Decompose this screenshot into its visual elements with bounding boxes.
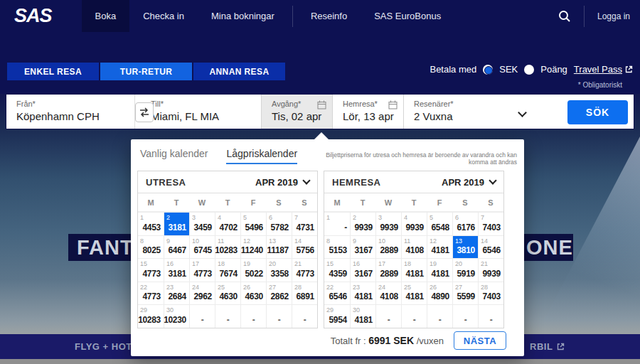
price-cell[interactable]: 254630 (215, 282, 240, 305)
price-cell[interactable]: 304181 (350, 304, 375, 328)
price-cell[interactable]: 146546 (478, 235, 503, 259)
price-cell[interactable]: 172889 (375, 258, 401, 282)
next-button[interactable]: NÄSTA (454, 331, 506, 350)
price-cell[interactable]: - (189, 304, 215, 328)
price-cell[interactable]: - (427, 304, 452, 328)
price-cell[interactable]: 244108 (375, 282, 401, 305)
price-cell[interactable]: 1211240 (240, 235, 266, 259)
price-cell[interactable]: 55496 (240, 212, 266, 235)
price-cell[interactable]: 1110283 (215, 235, 240, 259)
tab-lagpriskalender[interactable]: Lågpriskalender (226, 148, 297, 164)
swap-airports-button[interactable] (135, 102, 154, 122)
price-cell[interactable]: 163167 (350, 258, 375, 282)
month-selector[interactable]: APR 2019 (255, 177, 309, 188)
price-cell[interactable]: 154359 (324, 258, 350, 282)
month-selector[interactable]: APR 2019 (442, 177, 496, 188)
price-cell[interactable]: - (401, 304, 427, 328)
price-cell[interactable]: 232684 (164, 282, 189, 305)
search-button[interactable]: SÖK (567, 100, 628, 124)
price-cell[interactable]: 254181 (401, 282, 427, 305)
price-cell[interactable]: 114108 (401, 235, 427, 259)
cell-price: 3181 (169, 223, 187, 232)
tab-annan-resa[interactable]: ANNAN RESA (193, 63, 285, 80)
price-cell[interactable]: 242962 (189, 282, 215, 305)
price-cell[interactable]: 2910283 (138, 304, 164, 328)
price-cell[interactable]: 187674 (215, 258, 240, 282)
price-cell[interactable]: 163181 (164, 258, 189, 282)
price-cell[interactable]: 14453 (138, 212, 164, 235)
price-cell[interactable]: 102889 (375, 235, 401, 259)
price-cell[interactable]: 96467 (164, 235, 189, 259)
tab-tur-retur[interactable]: TUR-RETUR (100, 63, 192, 80)
departure-date-field[interactable]: Avgång* Tis, 02 apr (261, 95, 332, 129)
travel-pass-link[interactable]: Travel Pass (574, 64, 633, 75)
nav-item-reseinfo[interactable]: Reseinfo (297, 0, 361, 32)
price-cell[interactable]: 234181 (350, 282, 375, 305)
price-cell[interactable]: 65782 (266, 212, 292, 235)
price-cell[interactable]: 85153 (324, 235, 350, 259)
price-cell[interactable]: 74731 (292, 212, 317, 235)
price-cell[interactable]: 3010230 (164, 304, 189, 328)
price-cell[interactable]: - (266, 304, 292, 328)
price-cell[interactable]: 154773 (138, 258, 164, 282)
price-cell[interactable]: 33459 (189, 212, 215, 235)
price-cell[interactable]: 39939 (375, 212, 401, 235)
price-cell[interactable]: - (240, 304, 266, 328)
total-suffix: /vuxen (417, 336, 444, 346)
tab-vanlig-kalender[interactable]: Vanlig kalender (140, 148, 208, 164)
price-cell[interactable]: 93167 (350, 235, 375, 259)
price-cell[interactable]: - (375, 304, 401, 328)
price-cell[interactable]: 184181 (401, 258, 427, 282)
price-cell[interactable]: 275599 (452, 282, 478, 305)
radio-poang[interactable] (524, 65, 534, 75)
flights-hotel-link[interactable]: FLYG + HOT (75, 334, 132, 359)
price-cell[interactable]: 174773 (189, 258, 215, 282)
nav-item-boka[interactable]: Boka (82, 0, 130, 32)
nav-item-mina-bokningar[interactable]: Mina bokningar (198, 0, 288, 32)
price-cell[interactable]: 66176 (452, 212, 478, 235)
price-cell[interactable]: 1311187 (266, 235, 292, 259)
price-cell[interactable]: 226546 (324, 282, 350, 305)
tab-enkel-resa[interactable]: ENKEL RESA (7, 63, 99, 80)
sas-logo[interactable]: SAS (14, 5, 52, 27)
price-cell[interactable]: 203358 (266, 258, 292, 282)
price-cell[interactable]: 44702 (215, 212, 240, 235)
price-cell[interactable]: 1- (324, 212, 350, 235)
nav-item-checka-in[interactable]: Checka in (129, 0, 198, 32)
price-cell[interactable]: 29939 (350, 212, 375, 235)
price-cell[interactable]: - (292, 304, 317, 328)
price-cell[interactable]: 264890 (427, 282, 452, 305)
price-cell[interactable]: 88025 (138, 235, 164, 259)
passengers-field[interactable]: Resenärer* 2 Vuxna (403, 95, 541, 129)
nav-item-eurobonus[interactable]: SAS EuroBonus (361, 0, 454, 32)
price-cell[interactable]: 224773 (138, 282, 164, 305)
price-cell[interactable]: 195022 (240, 258, 266, 282)
price-cell[interactable]: 214773 (292, 258, 317, 282)
price-cell[interactable]: 23181 (164, 212, 189, 235)
price-cell[interactable]: - (215, 304, 240, 328)
price-cell[interactable]: 133810 (452, 235, 478, 259)
price-cell[interactable]: - (478, 304, 503, 328)
price-cell[interactable]: 106745 (189, 235, 215, 259)
price-cell[interactable]: 287403 (478, 282, 503, 305)
price-cell[interactable]: - (452, 304, 478, 328)
price-cell[interactable]: 286891 (292, 282, 317, 305)
login-link[interactable]: Logga in (597, 11, 630, 21)
rental-car-link[interactable]: RBIL (530, 334, 565, 359)
price-cell[interactable]: 264630 (240, 282, 266, 305)
from-field[interactable]: Från* Köpenhamn CPH (6, 95, 134, 129)
radio-sek[interactable] (483, 65, 493, 75)
price-cell[interactable]: 77403 (478, 212, 503, 235)
page-bottom-strip (0, 359, 640, 364)
price-cell[interactable]: 124181 (427, 235, 452, 259)
price-cell[interactable]: 145756 (292, 235, 317, 259)
return-date-field[interactable]: Hemresa* Lör, 13 apr (332, 95, 403, 129)
price-cell[interactable]: 205919 (452, 258, 478, 282)
price-cell[interactable]: 219939 (478, 258, 503, 282)
price-cell[interactable]: 194181 (427, 258, 452, 282)
price-cell[interactable]: 49939 (401, 212, 427, 235)
price-cell[interactable]: 272862 (266, 282, 292, 305)
price-cell[interactable]: 56548 (427, 212, 452, 235)
search-icon[interactable] (558, 10, 571, 23)
price-cell[interactable]: 295954 (324, 304, 350, 328)
